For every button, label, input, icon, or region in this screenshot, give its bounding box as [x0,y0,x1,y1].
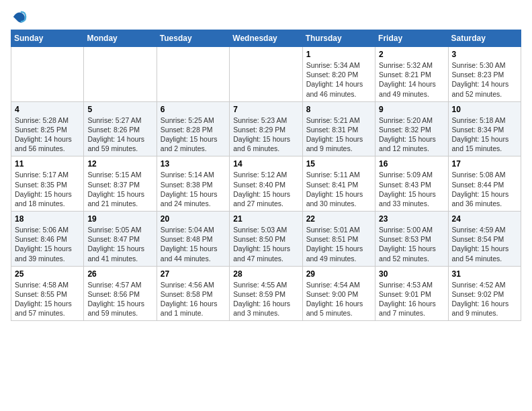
calendar-cell: 28Sunrise: 4:55 AM Sunset: 8:59 PM Dayli… [230,266,302,321]
day-info: Sunrise: 5:27 AM Sunset: 8:26 PM Dayligh… [87,116,152,154]
weekday-header: Friday [375,30,448,47]
day-info: Sunrise: 5:17 AM Sunset: 8:35 PM Dayligh… [15,170,80,208]
day-number: 22 [306,214,371,224]
day-number: 27 [161,269,226,279]
calendar-cell: 12Sunrise: 5:15 AM Sunset: 8:37 PM Dayli… [84,156,157,212]
calendar-cell: 20Sunrise: 5:04 AM Sunset: 8:48 PM Dayli… [157,212,229,267]
calendar-cell: 17Sunrise: 5:08 AM Sunset: 8:44 PM Dayli… [448,156,521,212]
day-number: 15 [306,159,371,169]
day-number: 20 [161,214,226,224]
day-number: 4 [15,105,80,114]
day-info: Sunrise: 4:53 AM Sunset: 9:01 PM Dayligh… [379,280,444,318]
day-number: 19 [87,214,152,224]
day-info: Sunrise: 4:58 AM Sunset: 8:55 PM Dayligh… [15,280,80,318]
weekday-header: Monday [84,30,157,47]
calendar-cell: 2Sunrise: 5:32 AM Sunset: 8:21 PM Daylig… [375,47,448,102]
day-info: Sunrise: 4:59 AM Sunset: 8:54 PM Dayligh… [452,225,517,263]
day-number: 18 [15,214,80,224]
day-number: 5 [87,105,152,114]
calendar-cell: 10Sunrise: 5:18 AM Sunset: 8:34 PM Dayli… [448,101,521,156]
calendar-table: SundayMondayTuesdayWednesdayThursdayFrid… [11,30,521,321]
day-number: 25 [15,269,80,279]
day-info: Sunrise: 5:00 AM Sunset: 8:53 PM Dayligh… [379,225,444,263]
calendar-cell [84,47,157,102]
day-info: Sunrise: 5:28 AM Sunset: 8:25 PM Dayligh… [15,116,80,154]
day-info: Sunrise: 5:25 AM Sunset: 8:28 PM Dayligh… [161,116,226,154]
day-info: Sunrise: 5:15 AM Sunset: 8:37 PM Dayligh… [87,170,152,208]
calendar-cell: 5Sunrise: 5:27 AM Sunset: 8:26 PM Daylig… [84,101,157,156]
day-info: Sunrise: 4:54 AM Sunset: 9:00 PM Dayligh… [306,280,371,318]
calendar-cell: 11Sunrise: 5:17 AM Sunset: 8:35 PM Dayli… [11,156,84,212]
page-header [11,11,521,24]
calendar-cell: 4Sunrise: 5:28 AM Sunset: 8:25 PM Daylig… [11,101,84,156]
calendar-cell [230,47,302,102]
calendar-week-row: 1Sunrise: 5:34 AM Sunset: 8:20 PM Daylig… [11,47,521,102]
day-number: 13 [161,159,226,169]
day-number: 3 [452,50,517,59]
day-number: 26 [87,269,152,279]
day-info: Sunrise: 5:21 AM Sunset: 8:31 PM Dayligh… [306,116,371,154]
day-info: Sunrise: 5:34 AM Sunset: 8:20 PM Dayligh… [306,60,371,99]
calendar-cell: 18Sunrise: 5:06 AM Sunset: 8:46 PM Dayli… [11,212,84,267]
calendar-cell: 26Sunrise: 4:57 AM Sunset: 8:56 PM Dayli… [84,266,157,321]
day-number: 24 [452,214,517,224]
calendar-cell: 24Sunrise: 4:59 AM Sunset: 8:54 PM Dayli… [448,212,521,267]
calendar-cell [157,47,229,102]
weekday-header: Tuesday [157,30,229,47]
day-info: Sunrise: 5:04 AM Sunset: 8:48 PM Dayligh… [161,225,226,263]
calendar-cell: 9Sunrise: 5:20 AM Sunset: 8:32 PM Daylig… [375,101,448,156]
logo-icon [12,9,27,24]
day-number: 28 [233,269,298,279]
calendar-cell: 1Sunrise: 5:34 AM Sunset: 8:20 PM Daylig… [302,47,375,102]
day-number: 21 [233,214,298,224]
day-info: Sunrise: 5:01 AM Sunset: 8:51 PM Dayligh… [306,225,371,263]
day-info: Sunrise: 5:20 AM Sunset: 8:32 PM Dayligh… [379,116,444,154]
day-info: Sunrise: 5:05 AM Sunset: 8:47 PM Dayligh… [87,225,152,263]
day-info: Sunrise: 5:06 AM Sunset: 8:46 PM Dayligh… [15,225,80,263]
calendar-cell: 29Sunrise: 4:54 AM Sunset: 9:00 PM Dayli… [302,266,375,321]
weekday-header: Wednesday [230,30,302,47]
day-number: 9 [379,105,444,114]
calendar-week-row: 18Sunrise: 5:06 AM Sunset: 8:46 PM Dayli… [11,212,521,267]
day-info: Sunrise: 5:03 AM Sunset: 8:50 PM Dayligh… [233,225,298,263]
day-info: Sunrise: 4:56 AM Sunset: 8:58 PM Dayligh… [161,280,226,318]
day-number: 6 [161,105,226,114]
day-number: 29 [306,269,371,279]
calendar-cell: 31Sunrise: 4:52 AM Sunset: 9:02 PM Dayli… [448,266,521,321]
weekday-header: Saturday [448,30,521,47]
day-info: Sunrise: 5:12 AM Sunset: 8:40 PM Dayligh… [233,170,298,208]
calendar-cell: 30Sunrise: 4:53 AM Sunset: 9:01 PM Dayli… [375,266,448,321]
day-number: 8 [306,105,371,114]
day-number: 1 [306,50,371,59]
calendar-week-row: 25Sunrise: 4:58 AM Sunset: 8:55 PM Dayli… [11,266,521,321]
day-number: 2 [379,50,444,59]
calendar-cell: 14Sunrise: 5:12 AM Sunset: 8:40 PM Dayli… [230,156,302,212]
day-info: Sunrise: 5:32 AM Sunset: 8:21 PM Dayligh… [379,60,444,99]
day-info: Sunrise: 5:09 AM Sunset: 8:43 PM Dayligh… [379,170,444,208]
day-info: Sunrise: 5:14 AM Sunset: 8:38 PM Dayligh… [161,170,226,208]
day-number: 17 [452,159,517,169]
calendar-cell: 22Sunrise: 5:01 AM Sunset: 8:51 PM Dayli… [302,212,375,267]
calendar-cell: 15Sunrise: 5:11 AM Sunset: 8:41 PM Dayli… [302,156,375,212]
day-number: 31 [452,269,517,279]
day-info: Sunrise: 4:52 AM Sunset: 9:02 PM Dayligh… [452,280,517,318]
day-info: Sunrise: 5:08 AM Sunset: 8:44 PM Dayligh… [452,170,517,208]
calendar-cell: 7Sunrise: 5:23 AM Sunset: 8:29 PM Daylig… [230,101,302,156]
day-info: Sunrise: 5:11 AM Sunset: 8:41 PM Dayligh… [306,170,371,208]
calendar-cell: 6Sunrise: 5:25 AM Sunset: 8:28 PM Daylig… [157,101,229,156]
calendar-cell: 8Sunrise: 5:21 AM Sunset: 8:31 PM Daylig… [302,101,375,156]
calendar-cell: 3Sunrise: 5:30 AM Sunset: 8:23 PM Daylig… [448,47,521,102]
day-info: Sunrise: 5:23 AM Sunset: 8:29 PM Dayligh… [233,116,298,154]
day-number: 30 [379,269,444,279]
day-info: Sunrise: 5:30 AM Sunset: 8:23 PM Dayligh… [452,60,517,99]
day-info: Sunrise: 4:55 AM Sunset: 8:59 PM Dayligh… [233,280,298,318]
day-number: 14 [233,159,298,169]
calendar-cell: 23Sunrise: 5:00 AM Sunset: 8:53 PM Dayli… [375,212,448,267]
calendar-cell: 21Sunrise: 5:03 AM Sunset: 8:50 PM Dayli… [230,212,302,267]
calendar-header-row: SundayMondayTuesdayWednesdayThursdayFrid… [11,30,521,47]
calendar-week-row: 4Sunrise: 5:28 AM Sunset: 8:25 PM Daylig… [11,101,521,156]
day-number: 11 [15,159,80,169]
logo [11,11,27,24]
day-number: 16 [379,159,444,169]
calendar-cell: 19Sunrise: 5:05 AM Sunset: 8:47 PM Dayli… [84,212,157,267]
